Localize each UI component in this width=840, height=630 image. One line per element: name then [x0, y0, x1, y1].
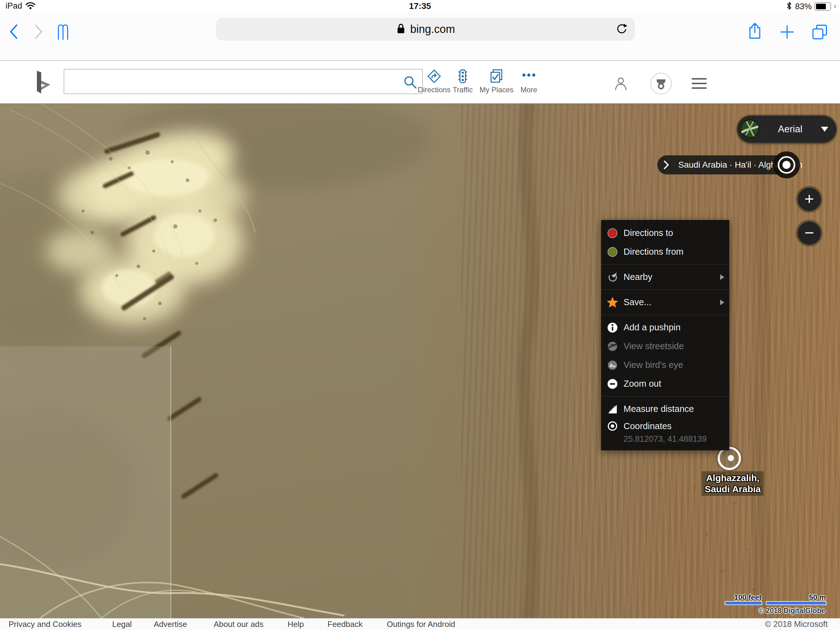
submenu-arrow-icon — [720, 274, 725, 280]
bing-header: Directions Traffic My Places More — [0, 61, 840, 103]
minus-icon: − — [804, 223, 814, 242]
pushpin-label: Alghazzalih, Saudi Arabia — [702, 471, 764, 496]
map-style-label: Aerial — [759, 123, 821, 135]
url-bar[interactable]: bing.com — [216, 18, 635, 41]
new-tab-icon[interactable] — [780, 25, 794, 40]
ruler-icon — [606, 404, 619, 415]
menu-divider — [601, 396, 729, 397]
zoom-in-button[interactable]: + — [797, 188, 821, 211]
save-star-icon — [606, 296, 619, 308]
chevron-down-icon — [821, 127, 828, 131]
birdseye-icon — [606, 359, 619, 371]
screen: iPad 17:35 83% bing — [0, 0, 840, 630]
footer-link-legal[interactable]: Legal — [112, 618, 132, 630]
nav-directions-label: Directions — [416, 85, 453, 94]
menu-item-zoom-out[interactable]: Zoom out — [601, 374, 729, 393]
hamburger-menu-icon[interactable] — [692, 78, 707, 91]
battery-percent: 83% — [795, 2, 812, 11]
back-icon[interactable] — [9, 24, 19, 41]
footer-link-privacy[interactable]: Privacy and Cookies — [9, 618, 82, 630]
scale-imperial-bar — [725, 602, 762, 605]
ios-status-bar: iPad 17:35 83% — [0, 0, 840, 11]
menu-item-view-birds-eye: View bird's eye — [601, 356, 729, 374]
more-icon — [515, 69, 543, 84]
bluetooth-icon — [786, 1, 793, 12]
directions-from-pin-icon — [606, 247, 619, 257]
menu-divider — [601, 264, 729, 264]
clock: 17:35 — [0, 1, 840, 11]
lock-icon — [396, 23, 406, 36]
nav-my-places[interactable]: My Places — [478, 69, 515, 94]
menu-divider — [601, 315, 729, 315]
battery-cap — [834, 5, 836, 8]
chevron-right-icon[interactable] — [663, 160, 669, 169]
microsoft-copyright: © 2018 Microsoft — [765, 618, 828, 630]
safari-toolbar: bing.com — [0, 11, 840, 61]
directions-icon — [416, 69, 453, 84]
menu-divider — [601, 290, 729, 290]
streetside-icon — [606, 341, 619, 352]
nav-directions[interactable]: Directions — [416, 69, 453, 94]
pushpin-label-line1: Alghazzalih, — [705, 473, 761, 484]
traffic-icon — [447, 69, 478, 84]
info-icon — [606, 322, 619, 333]
search-input[interactable] — [64, 70, 422, 93]
nav-more[interactable]: More — [515, 69, 543, 94]
pushpin-label-line2: Saudi Arabia — [705, 484, 761, 495]
profile-icon[interactable] — [614, 76, 628, 92]
zoom-out-button[interactable]: − — [797, 222, 821, 245]
scale-imperial-label: 100 feet — [725, 593, 762, 602]
my-places-icon — [478, 69, 515, 84]
menu-item-add-pushpin[interactable]: Add a pushpin — [601, 318, 729, 337]
coordinates-value: 25.812073, 41.488139 — [601, 434, 729, 446]
locate-icon — [776, 154, 797, 176]
bing-logo[interactable] — [35, 71, 52, 95]
map-style-selector[interactable]: Aerial — [737, 116, 836, 143]
menu-item-directions-from[interactable]: Directions from — [601, 242, 729, 261]
footer-link-advertise[interactable]: Advertise — [154, 618, 187, 630]
map-context-menu: Directions to Directions from Nearby Sav… — [601, 220, 729, 450]
bookmarks-icon[interactable] — [56, 24, 70, 41]
rewards-icon[interactable] — [649, 72, 673, 97]
directions-to-pin-icon — [606, 228, 619, 238]
footer-link-about-ads[interactable]: About our ads — [214, 618, 264, 630]
menu-item-nearby[interactable]: Nearby — [601, 268, 729, 287]
menu-item-coordinates[interactable]: Coordinates — [601, 418, 729, 434]
bing-search-box — [64, 69, 423, 94]
footer-link-feedback[interactable]: Feedback — [327, 618, 363, 630]
imagery-attribution: © 2018 DigitalGlobe — [759, 606, 825, 615]
url-text: bing.com — [410, 23, 455, 36]
footer-link-help[interactable]: Help — [287, 618, 304, 630]
nav-traffic[interactable]: Traffic — [447, 69, 478, 94]
share-icon[interactable] — [748, 22, 762, 41]
scale-metric-bar — [766, 602, 826, 605]
nearby-icon — [606, 272, 619, 283]
nav-more-label: More — [515, 85, 543, 94]
locate-button[interactable] — [773, 151, 800, 179]
menu-item-measure-distance[interactable]: Measure distance — [601, 400, 729, 418]
minus-circle-icon — [606, 378, 619, 389]
tabs-icon[interactable] — [812, 24, 828, 41]
menu-item-view-streetside: View streetside — [601, 337, 729, 356]
footer-bar: Privacy and Cookies Legal Advertise Abou… — [0, 618, 840, 630]
pushpin-center-dot — [728, 455, 734, 461]
nav-my-places-label: My Places — [478, 85, 515, 94]
forward-icon[interactable] — [33, 24, 44, 41]
refresh-icon[interactable] — [615, 23, 628, 37]
battery-icon — [815, 2, 831, 11]
breadcrumb[interactable]: Saudi Arabia · Ha'il · Alghazzalih — [657, 155, 781, 174]
submenu-arrow-icon — [720, 300, 725, 305]
search-icon[interactable] — [403, 75, 417, 90]
map-style-thumbnail-icon — [741, 119, 759, 139]
scale-metric-label: 50 m — [766, 593, 826, 602]
menu-item-directions-to[interactable]: Directions to — [601, 224, 729, 242]
menu-item-save[interactable]: Save... — [601, 293, 729, 312]
map-container: Aerial Saudi Arabia · Ha'il · Alghazzali… — [0, 103, 840, 618]
footer-link-outings[interactable]: Outings for Android — [387, 618, 455, 630]
nav-traffic-label: Traffic — [447, 85, 478, 94]
plus-icon: + — [804, 190, 814, 208]
coordinates-target-icon — [606, 421, 619, 432]
